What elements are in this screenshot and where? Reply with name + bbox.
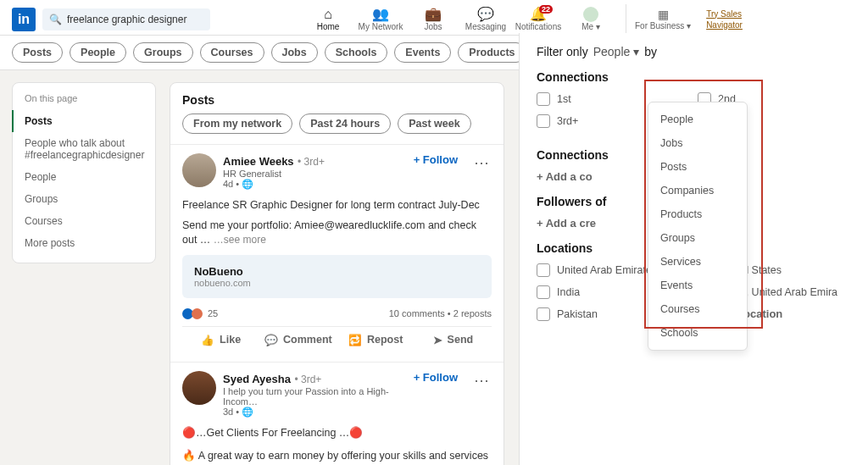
dd-services[interactable]: Services [648, 250, 747, 274]
sidebar-item-hashtag[interactable]: People who talk about #freelancegraphicd… [13, 132, 155, 166]
chevron-down-icon: ▾ [633, 45, 639, 58]
nav-label: Notifications [515, 22, 561, 31]
comment-count[interactable]: 10 comments [389, 308, 445, 318]
send-icon: ➤ [433, 334, 442, 346]
dd-jobs[interactable]: Jobs [648, 131, 747, 155]
dd-courses[interactable]: Courses [648, 297, 747, 321]
dd-groups[interactable]: Groups [648, 226, 747, 250]
connection-degree: • 3rd+ [298, 156, 325, 168]
see-more-link[interactable]: …see more [214, 234, 266, 246]
dd-products[interactable]: Products [648, 202, 747, 226]
by-label: by [644, 45, 657, 58]
nav-label: Messaging [465, 22, 506, 31]
primary-nav: ⌂Home 👥My Network 💼Jobs 💬Messaging 🔔22No… [302, 7, 617, 31]
link-preview[interactable]: NoBueno nobueno.com [182, 255, 492, 298]
quick-24h[interactable]: Past 24 hours [299, 113, 391, 134]
pill-groups[interactable]: Groups [133, 42, 192, 63]
author-avatar[interactable] [182, 153, 216, 187]
avatar-icon [583, 7, 598, 22]
author-avatar[interactable] [182, 371, 216, 405]
dd-posts[interactable]: Posts [648, 155, 747, 179]
post-time: 3d • 🌐 [223, 407, 407, 418]
pill-courses[interactable]: Courses [200, 42, 264, 63]
nav-me[interactable]: Me ▾ [565, 7, 617, 31]
dd-people[interactable]: People [648, 108, 747, 131]
repost-icon: 🔁 [348, 334, 362, 346]
post-item: Amiee Weeks • 3rd+ HR Generalist 4d • 🌐 … [170, 144, 504, 362]
search-box[interactable]: 🔍 [42, 8, 210, 30]
link-url: nobueno.com [194, 278, 480, 288]
dd-companies[interactable]: Companies [648, 179, 747, 202]
pill-people[interactable]: People [70, 42, 126, 63]
posts-heading: Posts [170, 83, 504, 113]
briefcase-icon: 💼 [425, 7, 442, 22]
post-menu-icon[interactable]: ⋯ [471, 371, 492, 390]
filter-type-dropdown[interactable]: People ▾ [593, 45, 640, 58]
follow-button[interactable]: + Follow [414, 153, 458, 166]
reaction-count: 25 [208, 308, 218, 318]
sidebar-item-courses[interactable]: Courses [13, 210, 155, 232]
connection-degree: • 3rd+ [294, 374, 321, 385]
pill-jobs[interactable]: Jobs [271, 42, 318, 63]
pill-posts[interactable]: Posts [12, 42, 63, 63]
like-button[interactable]: 👍Like [182, 327, 259, 353]
filter-only-label: Filter only [537, 45, 588, 58]
sidebar-item-posts[interactable]: Posts [12, 110, 155, 132]
network-icon: 👥 [372, 7, 389, 22]
nav-home[interactable]: ⌂Home [302, 7, 354, 31]
repost-count[interactable]: 2 reposts [453, 308, 492, 318]
quick-network[interactable]: From my network [182, 113, 292, 134]
post-time: 4d • 🌐 [223, 179, 407, 190]
post-body: 🔥 A great way to earn money by offering … [182, 449, 492, 465]
nav-label: My Network [359, 22, 403, 31]
post-item: Syed Ayesha • 3rd+ I help you turn your … [170, 362, 504, 466]
nav-messaging[interactable]: 💬Messaging [459, 7, 512, 31]
nav-jobs[interactable]: 💼Jobs [407, 7, 459, 31]
pill-events[interactable]: Events [394, 42, 451, 63]
author-headline: I help you turn your Passion into a High… [223, 386, 407, 407]
celebrate-icon [192, 308, 203, 319]
post-menu-icon[interactable]: ⋯ [471, 153, 492, 172]
global-header: in 🔍 ⌂Home 👥My Network 💼Jobs 💬Messaging … [0, 0, 868, 36]
author-name[interactable]: Syed Ayesha [223, 373, 291, 385]
link-title: NoBueno [194, 265, 480, 278]
post-body: Send me your portfolio: Amiee@wearedluck… [182, 219, 492, 248]
linkedin-logo[interactable]: in [12, 8, 36, 31]
home-icon: ⌂ [324, 7, 332, 22]
reactions[interactable]: 25 [182, 308, 218, 319]
post-body: Freelance SR Graphic Designer for long t… [182, 198, 492, 213]
comment-icon: 💬 [264, 334, 278, 346]
notification-badge: 22 [539, 5, 553, 14]
repost-button[interactable]: 🔁Repost [337, 327, 415, 353]
quick-week[interactable]: Past week [398, 113, 470, 134]
search-icon: 🔍 [49, 14, 62, 25]
search-input[interactable] [67, 14, 203, 25]
sidebar-item-groups[interactable]: Groups [13, 188, 155, 210]
follow-button[interactable]: + Follow [414, 371, 458, 384]
sidebar-heading: On this page [13, 83, 155, 110]
nav-label: Me ▾ [581, 22, 600, 31]
post-body: 🔴…Get Clients For Freelancing …🔴 [182, 426, 492, 441]
dd-events[interactable]: Events [648, 274, 747, 297]
nav-network[interactable]: 👥My Network [354, 7, 407, 31]
comment-button[interactable]: 💬Comment [259, 327, 337, 353]
posts-card: Posts From my network Past 24 hours Past… [170, 82, 504, 465]
chat-icon: 💬 [477, 7, 494, 22]
premium-link[interactable]: Try SalesNavigator [706, 8, 743, 30]
thumb-icon: 👍 [201, 334, 214, 346]
nav-label: For Business ▾ [635, 21, 691, 30]
nav-notifications[interactable]: 🔔22Notifications [512, 7, 565, 31]
pill-products[interactable]: Products [458, 42, 526, 63]
send-button[interactable]: ➤Send [415, 327, 492, 353]
filter-type-menu: People Jobs Posts Companies Products Gro… [648, 102, 748, 351]
grid-icon: ▦ [658, 8, 669, 21]
section-connections: Connections [537, 70, 868, 84]
nav-label: Jobs [424, 22, 442, 31]
sidebar-item-people[interactable]: People [13, 166, 155, 188]
author-name[interactable]: Amiee Weeks [223, 155, 294, 168]
nav-label: Home [317, 22, 340, 31]
dd-schools[interactable]: Schools [648, 321, 747, 345]
sidebar-item-more[interactable]: More posts [13, 232, 155, 254]
pill-schools[interactable]: Schools [325, 42, 388, 63]
for-business-menu[interactable]: ▦For Business ▾ [635, 8, 691, 30]
